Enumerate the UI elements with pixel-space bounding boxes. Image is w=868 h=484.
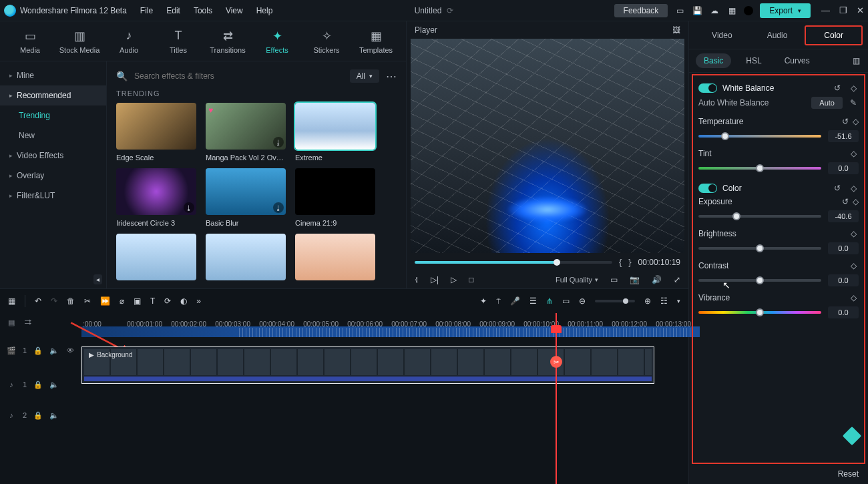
- effect-card[interactable]: Cinema 21:9: [295, 168, 375, 227]
- crop-off-icon[interactable]: ⌀: [120, 296, 124, 306]
- sidebar-item-video-effects[interactable]: Video Effects: [0, 146, 106, 166]
- menu-edit[interactable]: Edit: [166, 6, 180, 15]
- exposure-slider[interactable]: [698, 215, 821, 218]
- color-reset-icon[interactable]: ↺: [832, 184, 843, 193]
- tl-settings-icon[interactable]: ☷: [660, 296, 668, 306]
- contrast-slider[interactable]: [698, 279, 821, 282]
- effect-card[interactable]: Extreme: [295, 103, 375, 162]
- effect-card[interactable]: [295, 234, 375, 280]
- text-icon[interactable]: T: [150, 296, 155, 306]
- collapse-sidebar[interactable]: ◂: [93, 274, 102, 284]
- vibrance-value[interactable]: 0.0: [828, 306, 859, 318]
- effect-card[interactable]: [116, 234, 196, 280]
- temp-reset-icon[interactable]: ↺: [842, 117, 849, 126]
- auto-wb-button[interactable]: Auto: [811, 97, 843, 109]
- window-maximize[interactable]: ❐: [839, 5, 847, 15]
- speed-icon[interactable]: ⏩: [100, 296, 110, 306]
- tint-key-icon[interactable]: ◇: [848, 149, 859, 158]
- wb-keyframe-icon[interactable]: ◇: [848, 83, 859, 93]
- sidebar-item-trending[interactable]: Trending: [0, 105, 106, 126]
- temp-key-icon[interactable]: ◇: [853, 117, 859, 126]
- vibrance-slider[interactable]: [698, 311, 821, 314]
- camera-icon[interactable]: 📷: [630, 275, 640, 284]
- tab-stock-media[interactable]: ▥Stock Media: [55, 29, 104, 54]
- display-icon[interactable]: ▭: [610, 275, 618, 284]
- play-button[interactable]: ▷: [451, 275, 457, 284]
- effect-card[interactable]: ⭳Basic Blur: [206, 168, 286, 227]
- magnet-icon[interactable]: ⋔: [546, 296, 553, 306]
- white-balance-toggle[interactable]: [698, 83, 717, 93]
- tab-audio[interactable]: ♪Audio: [104, 29, 154, 54]
- export-button[interactable]: Export▾: [760, 3, 811, 18]
- tl-dropdown-icon[interactable]: ▾: [677, 298, 680, 304]
- mixer-icon[interactable]: ☰: [529, 296, 537, 306]
- filter-all[interactable]: All▾: [350, 69, 379, 83]
- window-minimize[interactable]: —: [821, 5, 830, 15]
- tab-color[interactable]: Color: [805, 25, 863, 45]
- mic-icon[interactable]: 🎤: [510, 296, 520, 306]
- snapshot-area-icon[interactable]: 🖼: [672, 25, 680, 35]
- layout-icon[interactable]: ▭: [674, 5, 685, 16]
- zoom-out-icon[interactable]: ⊖: [579, 296, 586, 306]
- tab-stickers[interactable]: ✧Stickers: [302, 29, 351, 54]
- redo-icon[interactable]: ↷: [51, 296, 57, 306]
- rotate-icon[interactable]: ⟳: [164, 296, 171, 306]
- quality-selector[interactable]: Full Quality▾: [556, 276, 598, 284]
- effect-card[interactable]: ⭳Iridescent Circle 3: [116, 168, 196, 227]
- con-key-icon[interactable]: ◇: [848, 261, 859, 270]
- volume-icon[interactable]: 🔊: [652, 275, 662, 284]
- exp-key-icon[interactable]: ◇: [853, 197, 859, 206]
- sidebar-item-new[interactable]: New: [0, 126, 106, 146]
- crop-icon[interactable]: ▣: [134, 296, 141, 306]
- feedback-button[interactable]: Feedback: [614, 4, 668, 17]
- effect-card[interactable]: Edge Scale: [116, 103, 196, 162]
- wb-reset-icon[interactable]: ↺: [832, 83, 843, 93]
- more-options[interactable]: ⋯: [386, 70, 397, 83]
- delete-icon[interactable]: 🗑: [67, 296, 75, 306]
- window-close[interactable]: ✕: [857, 5, 864, 15]
- temperature-slider[interactable]: [698, 135, 821, 138]
- prev-frame[interactable]: ⦉: [415, 275, 419, 284]
- fullscreen-icon[interactable]: ⤢: [674, 275, 680, 284]
- playhead[interactable]: [556, 313, 557, 484]
- contrast-value[interactable]: 0.0: [828, 274, 859, 286]
- avatar[interactable]: [744, 6, 753, 15]
- sidebar-item-overlay[interactable]: Overlay: [0, 166, 106, 186]
- tab-titles[interactable]: TTitles: [154, 29, 203, 54]
- save-icon[interactable]: 💾: [692, 5, 702, 16]
- more-tl-icon[interactable]: »: [196, 296, 201, 306]
- playhead-handle[interactable]: [551, 325, 562, 333]
- exp-reset-icon[interactable]: ↺: [842, 197, 849, 206]
- step-back[interactable]: ▷|: [431, 275, 439, 284]
- eyedropper-icon[interactable]: ✎: [848, 98, 859, 107]
- color-key-icon[interactable]: ◇: [848, 184, 859, 193]
- tab-audio[interactable]: Audio: [750, 27, 805, 44]
- temperature-value[interactable]: -51.6: [828, 130, 859, 142]
- search-input[interactable]: [134, 71, 343, 81]
- menu-tools[interactable]: Tools: [194, 6, 212, 15]
- split-marker[interactable]: ✂: [550, 356, 562, 368]
- sidebar-item-mine[interactable]: Mine: [0, 65, 106, 85]
- zoom-in-icon[interactable]: ⊕: [644, 296, 651, 306]
- tint-value[interactable]: 0.0: [828, 162, 859, 174]
- color-toggle[interactable]: [698, 184, 717, 193]
- menu-view[interactable]: View: [226, 6, 243, 15]
- frame-icon[interactable]: ▭: [562, 296, 570, 306]
- mark-out[interactable]: }: [628, 257, 631, 267]
- eye-icon[interactable]: 👁: [65, 346, 75, 354]
- lock-a2-icon[interactable]: 🔒: [33, 411, 43, 420]
- color-tl-icon[interactable]: ◐: [180, 296, 187, 306]
- menu-help[interactable]: Help: [256, 6, 273, 15]
- zoom-slider[interactable]: [595, 300, 635, 302]
- video-preview[interactable]: [411, 39, 684, 253]
- track-link-icon[interactable]: ⮆: [23, 318, 32, 326]
- video-clip[interactable]: ▶Background: [81, 346, 654, 384]
- effect-card[interactable]: ♥⭳Manga Pack Vol 2 Ove...: [206, 103, 286, 162]
- undo-icon[interactable]: ↶: [35, 296, 41, 306]
- tl-layout-icon[interactable]: ▦: [8, 296, 15, 306]
- effect-card[interactable]: [206, 234, 286, 280]
- bri-key-icon[interactable]: ◇: [848, 229, 859, 238]
- mute-a2-icon[interactable]: 🔈: [49, 411, 59, 420]
- tab-transitions[interactable]: ⇄Transitions: [203, 29, 252, 54]
- tab-effects[interactable]: ✦Effects: [252, 29, 302, 54]
